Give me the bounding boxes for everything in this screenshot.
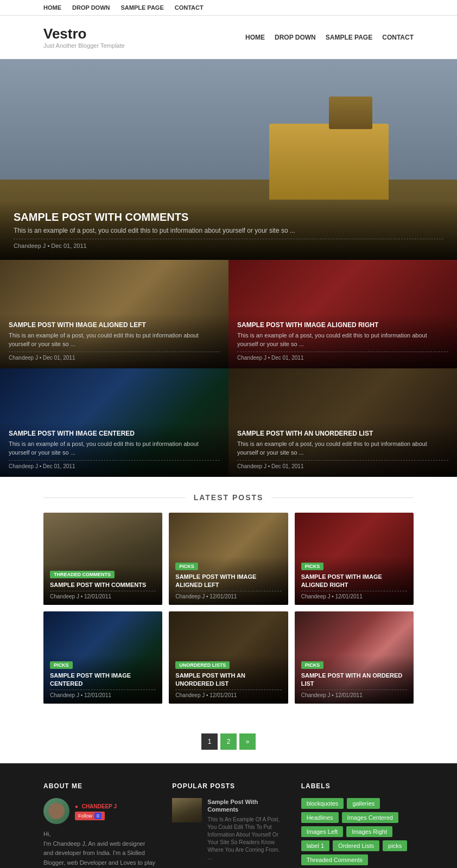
latest-posts-grid: THREADED COMMENTS SAMPLE POST WITH COMME…: [43, 513, 414, 704]
grid-overlay-4: SAMPLE POST WITH AN UNORDERED LIST This …: [228, 422, 457, 477]
pagination: 1 2 »: [0, 720, 457, 763]
latest-card-meta-6: Chandeep J • 12/01/2011: [301, 690, 407, 698]
page-1[interactable]: 1: [201, 733, 218, 750]
grid-desc-4: This is an example of a post, you could …: [237, 440, 448, 457]
grid-item-4[interactable]: SAMPLE POST WITH AN UNORDERED LIST This …: [228, 368, 457, 477]
labels-container: blockquotesgalleriesHeadlinesImages Cent…: [301, 798, 414, 868]
top-nav-contact[interactable]: CONTACT: [175, 4, 204, 11]
latest-card-title-1: SAMPLE POST WITH COMMENTS: [50, 581, 156, 589]
grid-desc-1: This is an example of a post, you could …: [9, 331, 220, 348]
latest-card-meta-3: Chandeep J • 12/01/2011: [301, 591, 407, 599]
label-tag-5[interactable]: Images Left: [301, 826, 343, 837]
latest-card-tag-4: PICKS: [50, 661, 73, 669]
latest-card-5[interactable]: UNORDERED LISTS SAMPLE POST WITH AN UNOR…: [169, 611, 288, 704]
footer: ABOUT ME ● CHANDEEP J Follow 0 Hi, I'm C…: [0, 763, 457, 868]
label-tag-3[interactable]: Headlines: [301, 812, 339, 823]
latest-card-title-2: SAMPLE POST WITH IMAGE ALIGNED LEFT: [175, 573, 281, 589]
hero-title: SAMPLE POST WITH COMMENTS: [14, 211, 443, 224]
grid-meta-3: Chandeep J • Dec 01, 2011: [9, 460, 220, 469]
latest-card-6[interactable]: PICKS SAMPLE POST WITH AN ORDERED LIST C…: [295, 611, 414, 704]
hero-description: This is an example of a post, you could …: [14, 227, 443, 234]
page-2[interactable]: 2: [220, 733, 237, 750]
avatar: [43, 798, 69, 824]
popular-post-title-1: Sample Post With Comments: [207, 798, 284, 814]
latest-card-tag-2: PICKS: [175, 563, 198, 570]
latest-posts-title: LATEST POSTS: [43, 493, 414, 502]
header: Vestro Just Another Blogger Template HOM…: [0, 16, 457, 59]
grid-item-2[interactable]: SAMPLE POST WITH IMAGE ALIGNED RIGHT Thi…: [228, 260, 457, 368]
hero-meta: Chandeep J • Dec 01, 2011: [14, 239, 443, 249]
latest-card-overlay-3: PICKS SAMPLE POST WITH IMAGE ALIGNED RIG…: [295, 556, 414, 605]
labels-title: LABELS: [301, 782, 414, 790]
grid-desc-2: This is an example of a post, you could …: [237, 331, 448, 348]
latest-posts-section: LATEST POSTS THREADED COMMENTS SAMPLE PO…: [0, 477, 457, 720]
latest-card-overlay-2: PICKS SAMPLE POST WITH IMAGE ALIGNED LEF…: [169, 556, 288, 605]
latest-card-meta-4: Chandeep J • 12/01/2011: [50, 690, 156, 698]
footer-labels: LABELS blockquotesgalleriesHeadlinesImag…: [301, 782, 414, 868]
grid-meta-4: Chandeep J • Dec 01, 2011: [237, 460, 448, 469]
grid-title-3: SAMPLE POST WITH IMAGE CENTERED: [9, 430, 220, 437]
label-tag-7[interactable]: label 1: [301, 840, 329, 851]
grid-meta-2: Chandeep J • Dec 01, 2011: [237, 352, 448, 361]
latest-card-tag-1: THREADED COMMENTS: [50, 571, 115, 578]
label-tag-10[interactable]: Threaded Comments: [301, 854, 368, 865]
footer-about: ABOUT ME ● CHANDEEP J Follow 0 Hi, I'm C…: [43, 782, 156, 868]
latest-card-tag-5: UNORDERED LISTS: [175, 661, 230, 669]
logo-title: Vestro: [43, 25, 125, 42]
latest-card-tag-3: PICKS: [301, 563, 324, 570]
tractor-cab: [329, 97, 372, 129]
latest-card-2[interactable]: PICKS SAMPLE POST WITH IMAGE ALIGNED LEF…: [169, 513, 288, 605]
author-info: ● CHANDEEP J Follow 0: [75, 802, 118, 820]
label-tag-1[interactable]: blockquotes: [301, 798, 344, 809]
label-tag-9[interactable]: picks: [383, 840, 407, 851]
latest-card-1[interactable]: THREADED COMMENTS SAMPLE POST WITH COMME…: [43, 513, 162, 605]
nav-home[interactable]: HOME: [245, 34, 265, 41]
top-nav: HOME DROP DOWN SAMPLE PAGE CONTACT: [0, 0, 457, 16]
label-tag-2[interactable]: galleries: [347, 798, 380, 809]
popular-title: POPULAR POSTS: [172, 782, 284, 790]
latest-card-overlay-4: PICKS SAMPLE POST WITH IMAGE CENTERED Ch…: [43, 655, 162, 704]
about-avatar: ● CHANDEEP J Follow 0: [43, 798, 156, 824]
latest-card-title-4: SAMPLE POST WITH IMAGE CENTERED: [50, 672, 156, 687]
latest-card-meta-5: Chandeep J • 12/01/2011: [175, 690, 281, 698]
label-tag-4[interactable]: Images Centered: [342, 812, 398, 823]
latest-card-title-5: SAMPLE POST WITH AN UNORDERED LIST: [175, 672, 281, 687]
grid-title-4: SAMPLE POST WITH AN UNORDERED LIST: [237, 430, 448, 437]
google-icon: ●: [75, 803, 78, 809]
logo-tagline: Just Another Blogger Template: [43, 42, 125, 49]
hero-overlay: SAMPLE POST WITH COMMENTS This is an exa…: [0, 200, 457, 260]
latest-card-overlay-5: UNORDERED LISTS SAMPLE POST WITH AN UNOR…: [169, 655, 288, 704]
avatar-image: [48, 803, 65, 819]
latest-card-4[interactable]: PICKS SAMPLE POST WITH IMAGE CENTERED Ch…: [43, 611, 162, 704]
footer-popular: POPULAR POSTS Sample Post With Comments …: [172, 782, 284, 868]
latest-card-overlay-1: THREADED COMMENTS SAMPLE POST WITH COMME…: [43, 564, 162, 605]
top-nav-home[interactable]: HOME: [43, 4, 61, 11]
grid-overlay-2: SAMPLE POST WITH IMAGE ALIGNED RIGHT Thi…: [228, 314, 457, 368]
grid-item-1[interactable]: SAMPLE POST WITH IMAGE ALIGNED LEFT This…: [0, 260, 228, 368]
latest-card-title-3: SAMPLE POST WITH IMAGE ALIGNED RIGHT: [301, 573, 407, 589]
hero-tractor: [269, 124, 389, 200]
google-follow-button[interactable]: Follow 0: [75, 812, 105, 820]
label-tag-8[interactable]: Ordered Lists: [333, 840, 379, 851]
nav-contact[interactable]: CONTACT: [382, 34, 414, 41]
footer-grid: ABOUT ME ● CHANDEEP J Follow 0 Hi, I'm C…: [43, 782, 414, 868]
top-nav-sample[interactable]: SAMPLE PAGE: [120, 4, 163, 11]
main-nav: HOME DROP DOWN SAMPLE PAGE CONTACT: [245, 34, 414, 41]
nav-sample-page[interactable]: SAMPLE PAGE: [326, 34, 372, 41]
page-next[interactable]: »: [239, 733, 256, 750]
popular-post-1[interactable]: Sample Post With Comments This Is An Exa…: [172, 798, 284, 861]
latest-card-3[interactable]: PICKS SAMPLE POST WITH IMAGE ALIGNED RIG…: [295, 513, 414, 605]
popular-info-1: Sample Post With Comments This Is An Exa…: [207, 798, 284, 861]
hero-post[interactable]: SAMPLE POST WITH COMMENTS This is an exa…: [0, 59, 457, 260]
grid-overlay-3: SAMPLE POST WITH IMAGE CENTERED This is …: [0, 422, 228, 477]
top-nav-dropdown[interactable]: DROP DOWN: [72, 4, 110, 11]
popular-thumb-1: [172, 798, 202, 822]
grid-item-3[interactable]: SAMPLE POST WITH IMAGE CENTERED This is …: [0, 368, 228, 477]
grid-desc-3: This is an example of a post, you could …: [9, 440, 220, 457]
label-tag-6[interactable]: Images Right: [346, 826, 392, 837]
author-name: ● CHANDEEP J: [75, 802, 118, 810]
latest-card-title-6: SAMPLE POST WITH AN ORDERED LIST: [301, 672, 407, 687]
grid-title-1: SAMPLE POST WITH IMAGE ALIGNED LEFT: [9, 321, 220, 329]
nav-dropdown[interactable]: DROP DOWN: [275, 34, 316, 41]
latest-card-meta-1: Chandeep J • 12/01/2011: [50, 591, 156, 599]
